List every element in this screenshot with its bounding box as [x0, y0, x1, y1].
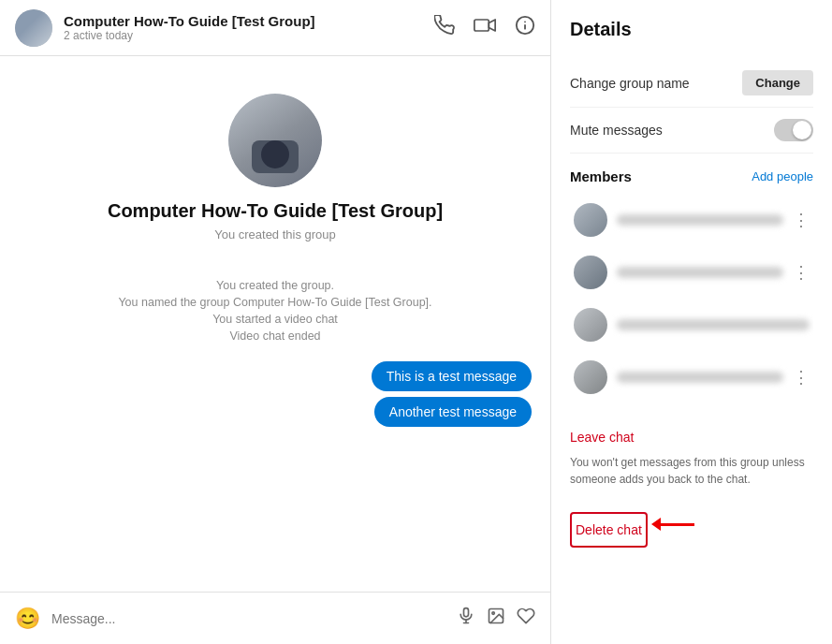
chat-panel: Computer How-To Guide [Test Group] 2 act… — [0, 0, 551, 644]
chat-subtitle: 2 active today — [64, 29, 423, 42]
member-avatar-1 — [574, 203, 607, 237]
mute-toggle[interactable] — [774, 119, 813, 141]
image-icon[interactable] — [487, 607, 505, 630]
system-messages: You created the group. You named the gro… — [0, 270, 550, 352]
toggle-knob — [793, 121, 811, 139]
member-more-4[interactable]: ⋮ — [793, 367, 810, 388]
chat-messages: This is a test message Another test mess… — [0, 352, 550, 436]
info-icon[interactable] — [515, 15, 535, 40]
group-name-large: Computer How-To Guide [Test Group] — [108, 200, 443, 222]
system-msg-4: Video chat ended — [229, 329, 320, 343]
arrow-head — [651, 518, 661, 531]
group-info-section: Computer How-To Guide [Test Group] You c… — [108, 75, 443, 270]
svg-rect-5 — [464, 608, 469, 617]
member-avatar-4 — [574, 360, 607, 394]
messages-area: Computer How-To Guide [Test Group] You c… — [0, 56, 550, 592]
actions-section: Leave chat You won't get messages from t… — [570, 417, 813, 548]
member-item-2: ⋮ — [570, 248, 813, 297]
video-icon[interactable] — [474, 17, 496, 38]
members-section: Members Add people ⋮ ⋮ — [570, 168, 813, 402]
leave-chat-button[interactable]: Leave chat — [570, 424, 635, 450]
mic-icon[interactable] — [457, 607, 475, 630]
member-name-4 — [617, 372, 783, 383]
change-group-name-button[interactable]: Change — [742, 70, 813, 95]
change-group-name-label: Change group name — [570, 76, 690, 91]
header-info: Computer How-To Guide [Test Group] 2 act… — [64, 13, 423, 42]
message-bubble-1: This is a test message — [372, 361, 532, 391]
svg-rect-0 — [474, 20, 489, 31]
system-msg-2: You named the group Computer How-To Guid… — [118, 296, 431, 309]
arrow-line — [661, 523, 694, 526]
member-item-3 — [570, 300, 813, 349]
heart-icon[interactable] — [517, 607, 535, 630]
member-item-1: ⋮ — [570, 196, 813, 244]
member-avatar-2 — [574, 256, 607, 289]
add-people-link[interactable]: Add people — [752, 169, 813, 183]
arrow-indicator — [651, 518, 694, 531]
member-more-1[interactable]: ⋮ — [793, 210, 810, 230]
message-bubble-2: Another test message — [374, 397, 532, 427]
members-list: ⋮ ⋮ ⋮ — [570, 196, 813, 402]
members-header: Members Add people — [570, 168, 813, 184]
group-created-text: You created this group — [214, 227, 336, 242]
mute-messages-label: Mute messages — [570, 123, 663, 138]
details-title: Details — [570, 19, 813, 40]
svg-marker-1 — [489, 20, 495, 31]
delete-chat-container: Delete chat — [570, 512, 648, 548]
svg-point-9 — [492, 612, 495, 615]
delete-chat-button[interactable]: Delete chat — [576, 522, 642, 537]
input-area: 😊 — [0, 592, 550, 644]
member-name-2 — [617, 267, 783, 278]
members-title: Members — [570, 168, 632, 184]
member-avatar-3 — [574, 308, 607, 342]
mute-messages-row: Mute messages — [570, 108, 813, 154]
message-input[interactable] — [51, 611, 445, 626]
group-avatar-large — [228, 94, 322, 187]
member-item-4: ⋮ — [570, 353, 813, 402]
member-more-2[interactable]: ⋮ — [793, 262, 810, 283]
emoji-button[interactable]: 😊 — [15, 607, 40, 631]
group-avatar-header — [15, 9, 52, 47]
member-name-3 — [617, 319, 810, 330]
leave-description: You won't get messages from this group u… — [570, 454, 813, 488]
details-panel: Details Change group name Change Mute me… — [551, 0, 832, 644]
change-group-name-row: Change group name Change — [570, 59, 813, 108]
call-icon[interactable] — [434, 15, 455, 40]
system-msg-1: You created the group. — [216, 279, 334, 292]
system-msg-3: You started a video chat — [212, 313, 338, 326]
header-actions — [434, 15, 535, 40]
member-name-1 — [617, 214, 783, 226]
chat-title: Computer How-To Guide [Test Group] — [64, 13, 423, 29]
chat-header: Computer How-To Guide [Test Group] 2 act… — [0, 0, 550, 56]
